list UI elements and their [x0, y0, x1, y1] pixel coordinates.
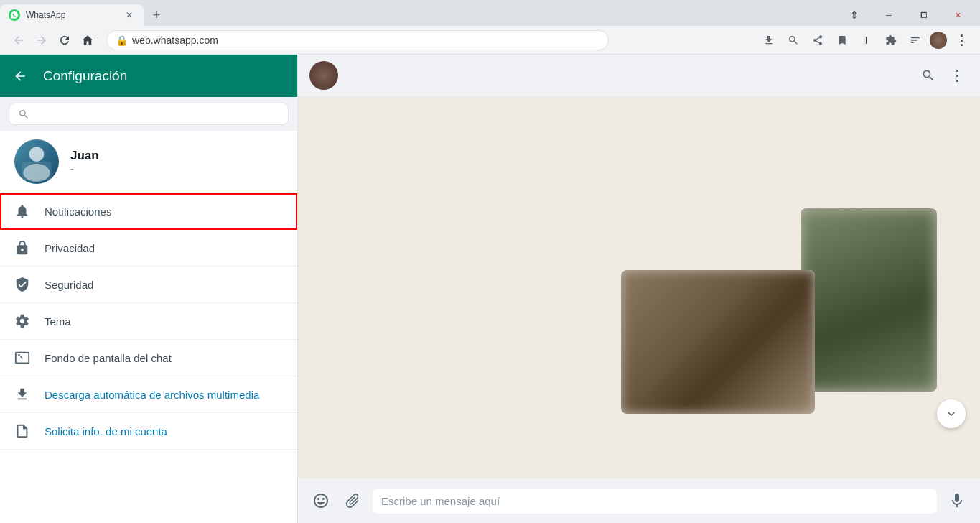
tab-title: WhatsApp [26, 10, 118, 20]
app-container: Configuración J [0, 55, 980, 523]
sent-image [801, 208, 937, 392]
menu-button[interactable]: ⋮ [951, 30, 971, 50]
sidebar-icon[interactable] [905, 30, 925, 50]
maximize-button[interactable]: ⧠ [907, 5, 940, 25]
svg-point-0 [29, 147, 45, 162]
menu-item-theme[interactable]: Tema [0, 303, 297, 340]
scroll-down-button[interactable] [937, 399, 966, 428]
menu-item-account[interactable]: Solicita info. de mi cuenta [0, 413, 297, 450]
window-controls: ⇕ ─ ⧠ ✕ [832, 5, 980, 25]
svg-rect-2 [22, 162, 51, 180]
contact-avatar[interactable] [309, 61, 338, 90]
url-text: web.whatsapp.com [132, 34, 218, 46]
back-to-chats-button[interactable] [11, 68, 29, 85]
browser-toolbar: 🔒 web.whatsapp.com I ⋮ [0, 26, 980, 55]
privacy-label: Privacidad [45, 242, 95, 254]
voice-message-button[interactable] [946, 489, 969, 512]
received-image-message [621, 270, 815, 414]
minimize-button[interactable]: ─ [872, 5, 905, 25]
new-tab-button[interactable]: + [146, 5, 167, 25]
user-name: Juan [70, 149, 99, 163]
download-arrow-icon [14, 387, 30, 402]
search-messages-button[interactable] [917, 64, 940, 87]
svg-point-3 [18, 354, 20, 356]
chat-actions: ⋮ [917, 64, 969, 87]
chat-header: ⋮ [298, 55, 980, 97]
account-label: Solicita info. de mi cuenta [45, 425, 167, 438]
emoji-button[interactable] [309, 489, 332, 512]
settings-search-input[interactable] [35, 108, 279, 120]
search-input-wrapper[interactable] [9, 103, 289, 125]
notifications-label: Notificaciones [45, 205, 111, 218]
settings-header: Configuración [0, 55, 297, 97]
close-button[interactable]: ✕ [941, 5, 974, 25]
tab-strip-icon[interactable]: ⇕ [838, 5, 871, 25]
forward-button[interactable] [32, 30, 52, 50]
bell-icon [14, 203, 30, 219]
extensions-icon[interactable] [881, 30, 901, 50]
reload-button[interactable] [55, 30, 75, 50]
menu-item-wallpaper[interactable]: Fondo de pantalla del chat [0, 340, 297, 376]
theme-label: Tema [45, 315, 71, 328]
back-button[interactable] [9, 30, 29, 50]
tab-bar: WhatsApp ✕ + ⇕ ─ ⧠ ✕ [0, 0, 980, 26]
wallpaper-label: Fondo de pantalla del chat [45, 352, 172, 364]
more-options-button[interactable]: ⋮ [946, 64, 969, 87]
sent-image-message [801, 208, 937, 392]
menu-item-notifications[interactable]: Notificaciones [0, 193, 297, 230]
menu-item-privacy[interactable]: Privacidad [0, 230, 297, 267]
tab-close-icon[interactable]: ✕ [123, 9, 135, 21]
tab-favicon [9, 9, 20, 21]
user-avatar [14, 139, 59, 184]
download-icon[interactable] [759, 30, 779, 50]
search-section [0, 97, 297, 131]
lock-settings-icon [14, 240, 30, 256]
image-icon [14, 350, 30, 366]
autodownload-label: Descarga automática de archivos multimed… [45, 389, 259, 401]
chat-messages [298, 97, 980, 478]
person-silhouette [14, 139, 59, 184]
share-icon[interactable] [808, 30, 828, 50]
attach-button[interactable] [336, 484, 368, 517]
message-input[interactable] [373, 489, 937, 514]
menu-item-autodownload[interactable]: Descarga automática de archivos multimed… [0, 376, 297, 413]
bookmark-icon[interactable] [832, 30, 852, 50]
chat-area: ⋮ [298, 55, 980, 523]
received-image [621, 270, 815, 414]
menu-item-security[interactable]: Seguridad [0, 267, 297, 303]
profile-section[interactable]: Juan - [0, 131, 297, 193]
security-label: Seguridad [45, 279, 93, 291]
settings-menu-list: Notificaciones Privacidad Seguridad [0, 193, 297, 523]
profile-button[interactable] [930, 32, 947, 49]
user-info: Juan - [70, 149, 99, 175]
browser-chrome: WhatsApp ✕ + ⇕ ─ ⧠ ✕ 🔒 web.whatsapp.com [0, 0, 980, 55]
settings-panel-title: Configuración [43, 68, 127, 84]
address-bar[interactable]: 🔒 web.whatsapp.com [106, 30, 609, 50]
shield-icon [14, 277, 30, 292]
text-icon[interactable]: I [857, 30, 877, 50]
home-button[interactable] [78, 30, 98, 50]
active-tab[interactable]: WhatsApp ✕ [0, 4, 144, 26]
document-icon [14, 423, 30, 439]
zoom-icon[interactable] [783, 30, 803, 50]
chat-input-area [298, 478, 980, 523]
settings-panel: Configuración J [0, 55, 298, 523]
theme-icon [14, 313, 30, 329]
user-status: - [70, 163, 99, 175]
lock-icon: 🔒 [116, 34, 128, 46]
